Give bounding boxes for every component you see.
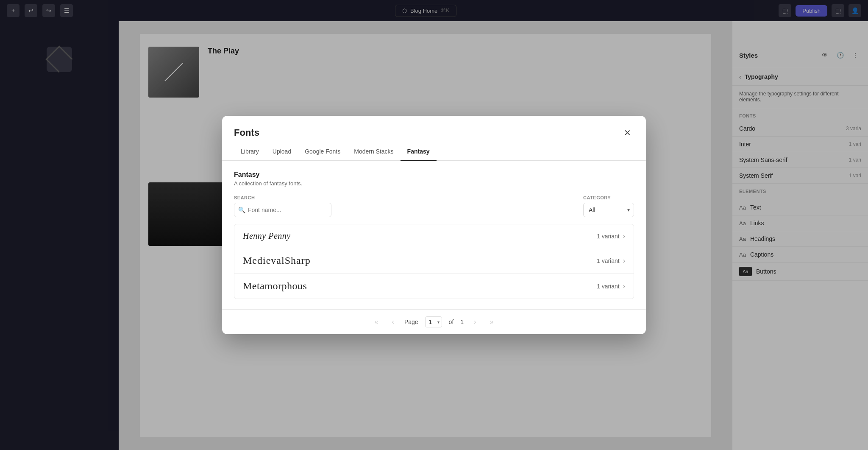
modal-footer: « ‹ Page 1 ▾ of 1 › » [222, 309, 646, 334]
tab-google-fonts[interactable]: Google Fonts [298, 143, 347, 161]
pagination-prev-button[interactable]: ‹ [389, 316, 398, 327]
medieval-sharp-variants: 1 variant [597, 257, 620, 264]
modal-overlay[interactable]: Fonts ✕ Library Upload Google Fonts Mode… [0, 0, 868, 450]
font-item-medieval-sharp[interactable]: MedievalSharp 1 variant › [234, 248, 634, 274]
tab-library[interactable]: Library [234, 143, 266, 161]
modal-content: Fantasy A collection of fantasy fonts. S… [222, 161, 646, 309]
page-label: Page [404, 319, 418, 325]
fantasy-description: A collection of fantasy fonts. [234, 180, 634, 187]
of-text: of [449, 319, 454, 325]
modal-close-button[interactable]: ✕ [620, 126, 634, 140]
fonts-modal: Fonts ✕ Library Upload Google Fonts Mode… [222, 116, 646, 334]
modal-title: Fonts [234, 127, 259, 138]
page-select[interactable]: 1 [425, 316, 442, 327]
font-item-henny-penny[interactable]: Henny Penny 1 variant › [234, 224, 634, 248]
category-label: CATEGORY [583, 195, 634, 200]
henny-penny-chevron-icon: › [623, 232, 625, 240]
metamorphous-chevron-icon: › [623, 282, 625, 290]
category-select-wrap: All Serif Sans-serif Display Handwriting… [583, 203, 634, 217]
pagination-last-button[interactable]: » [486, 316, 497, 327]
tab-fantasy[interactable]: Fantasy [401, 143, 437, 161]
metamorphous-variant-info: 1 variant › [597, 282, 625, 290]
medieval-sharp-chevron-icon: › [623, 257, 625, 265]
filters-row: SEARCH 🔍 CATEGORY All Serif Sans- [234, 195, 634, 217]
editor-background: + ↩ ↪ ☰ ⬡ Blog Home ⌘K ⬚ Publish ⬚ 👤 [0, 0, 868, 450]
font-list: Henny Penny 1 variant › MedievalSharp 1 … [234, 224, 634, 299]
tab-upload[interactable]: Upload [266, 143, 298, 161]
font-display-metamorphous: Metamorphous [243, 280, 307, 292]
search-input-wrap: 🔍 [234, 203, 331, 217]
henny-penny-variant-info: 1 variant › [597, 232, 625, 240]
search-icon: 🔍 [238, 207, 245, 213]
medieval-sharp-variant-info: 1 variant › [597, 257, 625, 265]
search-label: SEARCH [234, 195, 331, 200]
font-display-medieval-sharp: MedievalSharp [243, 255, 311, 266]
search-group: SEARCH 🔍 [234, 195, 331, 217]
modal-tabs: Library Upload Google Fonts Modern Stack… [222, 143, 646, 161]
page-select-wrap: 1 ▾ [425, 316, 442, 327]
tab-modern-stacks[interactable]: Modern Stacks [347, 143, 400, 161]
pagination-first-button[interactable]: « [371, 316, 382, 327]
henny-penny-variants: 1 variant [597, 233, 620, 240]
modal-header: Fonts ✕ [222, 116, 646, 140]
search-input[interactable] [234, 203, 331, 217]
total-pages: 1 [460, 319, 464, 325]
pagination-next-button[interactable]: › [470, 316, 479, 327]
font-item-metamorphous[interactable]: Metamorphous 1 variant › [234, 274, 634, 299]
fantasy-heading: Fantasy [234, 171, 634, 179]
category-select[interactable]: All Serif Sans-serif Display Handwriting… [583, 203, 634, 217]
metamorphous-variants: 1 variant [597, 283, 620, 290]
category-group: CATEGORY All Serif Sans-serif Display Ha… [583, 195, 634, 217]
font-display-henny-penny: Henny Penny [243, 231, 291, 241]
